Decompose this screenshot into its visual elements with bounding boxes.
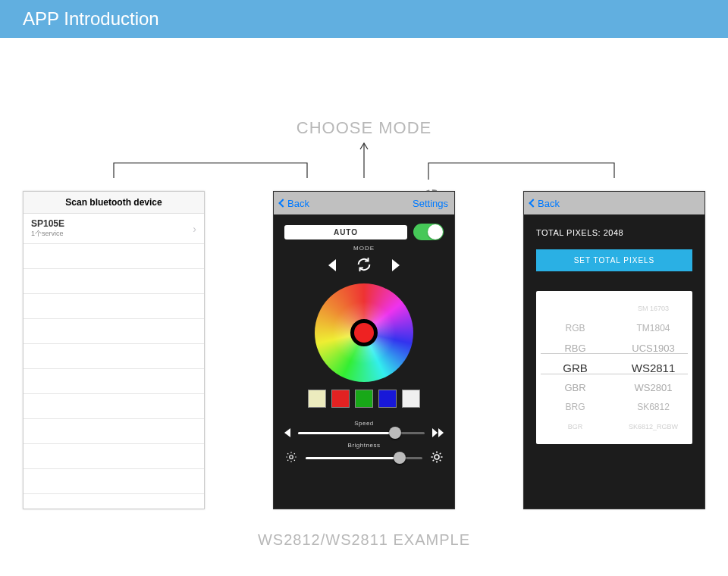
header-bar: APP Introduction (0, 0, 728, 38)
bottom-caption: WS2812/WS2811 EXAMPLE (0, 531, 728, 549)
list-item (24, 319, 204, 344)
phone-mode: Back Settings AUTO MODE Speed (273, 191, 455, 509)
speed-up-button[interactable] (432, 428, 444, 437)
total-pixels-label: TOTAL PIXELS: 2048 (536, 228, 692, 237)
mode-next-button[interactable] (392, 259, 400, 271)
speed-label: Speed (284, 420, 444, 427)
swatch-row (308, 390, 420, 408)
brightness-high-icon[interactable] (430, 450, 444, 465)
speed-down-button[interactable] (284, 428, 290, 437)
header-title: APP Introduction (23, 8, 159, 30)
color-swatch[interactable] (308, 390, 326, 408)
cycle-icon[interactable] (356, 256, 372, 274)
brightness-label: Brightness (284, 442, 444, 449)
color-swatch[interactable] (402, 390, 420, 408)
auto-pill[interactable]: AUTO (284, 225, 407, 239)
speed-slider[interactable] (298, 432, 425, 434)
chevron-left-icon (529, 199, 537, 207)
color-swatch[interactable] (355, 390, 373, 408)
list-item (24, 294, 204, 319)
list-item (24, 469, 204, 494)
list-item (24, 394, 204, 419)
device-name: SP105E (31, 218, 64, 229)
nav-bar: Back Settings (274, 192, 454, 214)
choose-mode-label: CHOOSE MODE (0, 118, 728, 138)
device-row[interactable]: SP105E 1个service › (24, 214, 204, 244)
color-wheel[interactable] (315, 283, 413, 382)
brightness-slider[interactable] (306, 457, 422, 459)
list-item (24, 444, 204, 469)
mode-prev-button[interactable] (328, 259, 336, 271)
list-item (24, 269, 204, 294)
chevron-left-icon (278, 199, 287, 207)
brightness-low-icon[interactable] (284, 450, 298, 465)
power-toggle[interactable] (413, 224, 444, 240)
back-label: Back (538, 198, 560, 209)
list-item (24, 419, 204, 444)
mode-label: MODE (353, 245, 375, 252)
svg-point-1 (435, 455, 439, 459)
color-swatch[interactable] (378, 390, 397, 408)
settings-button[interactable]: Settings (413, 198, 448, 209)
svg-point-0 (290, 455, 293, 459)
chevron-right-icon: › (193, 223, 196, 235)
list-item (24, 369, 204, 394)
scan-header: Scan bluetooth device (24, 192, 204, 214)
nav-bar: Back (524, 192, 704, 214)
set-total-pixels-button[interactable]: SET TOTAL PIXELS (536, 249, 692, 271)
back-button[interactable]: Back (530, 198, 560, 209)
back-label: Back (287, 198, 309, 209)
device-sub: 1个service (31, 229, 64, 239)
back-button[interactable]: Back (280, 198, 309, 209)
phone-settings: Back TOTAL PIXELS: 2048 SET TOTAL PIXELS… (523, 191, 705, 509)
chip-picker[interactable]: SM 16703 RGBTM1804 RBGUCS1903 GRBWS2811 … (536, 291, 692, 444)
list-item (24, 344, 204, 369)
phone-scan: Scan bluetooth device SP105E 1个service › (23, 191, 205, 509)
list-item (24, 244, 204, 269)
color-swatch[interactable] (331, 390, 350, 408)
color-selected-swatch (350, 319, 378, 346)
